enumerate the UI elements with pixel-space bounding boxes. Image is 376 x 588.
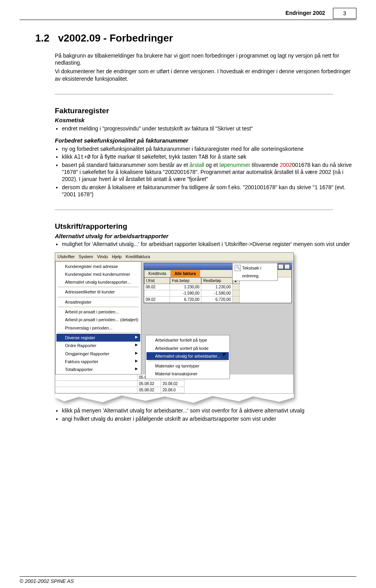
faktura-b1: endret melding i "progressvindu" under t… [62, 125, 352, 132]
dropdown-menu: Kunderegister med adresseKunderegister m… [55, 261, 141, 375]
faktura-heading: Fakturaregister [55, 106, 352, 116]
menu-item[interactable]: Kunderegister med kundenummer [56, 270, 140, 278]
submenu-item[interactable]: Material transaksjoner [146, 370, 229, 378]
submenu-item[interactable]: Arbeidsarter sortert på kode [146, 344, 229, 352]
header-title: Endringer 2002 [286, 8, 325, 16]
menu-screenshot: UtskrifterSystemVinduHjelpKreditfaktura … [55, 252, 294, 403]
maximize-icon[interactable]: □ [278, 264, 284, 269]
grid-row[interactable]: -1.590,00-1.590,00 [144, 290, 291, 297]
side-panel-item: ordrereg. [233, 272, 277, 280]
submenu: Arbeidsarter fordelt på typeArbeidsarter… [145, 335, 230, 379]
separator [55, 210, 333, 210]
data-grid: t.fristFak.beløpRestbeløp▴08.021.230,001… [144, 277, 291, 303]
menu-item[interactable]: Ansattregister [56, 298, 140, 306]
submenu-arrow-icon: ▶ [135, 359, 138, 364]
menu-item[interactable]: Ordre Rapporter▶ [56, 342, 140, 349]
submenu-arrow-icon: ▶ [135, 343, 138, 347]
separator [55, 94, 333, 94]
menubar: UtskrifterSystemVinduHjelpKreditfaktura [55, 253, 293, 261]
page-header: Endringer 2002 3 [20, 8, 356, 20]
submenu-arrow-icon: ▶ [135, 335, 138, 340]
intro-block: På bakgrunn av tilbakemeldinger fra bruk… [55, 52, 352, 82]
section-heading: 1.2v2002.09 - Forbedringer [35, 32, 352, 45]
submenu-item[interactable]: Arbeidsarter fordelt på type [146, 336, 229, 344]
utskrift-b2: klikk på menyen 'Alternativt utvalg for … [62, 407, 352, 414]
menu-item[interactable]: Alternativt utvalg kunderapporter... [56, 278, 140, 286]
menu-item[interactable]: Omgjøringer Rapporter▶ [56, 350, 140, 358]
menu-item[interactable]: Diverse register▶ [56, 334, 140, 342]
grid-row[interactable]: 09.026.720,006.720,00 [144, 297, 291, 303]
menubar-item[interactable]: Hjelp [112, 254, 122, 259]
grid-header[interactable]: t.frist [144, 277, 170, 284]
intro-p1: På bakgrunn av tilbakemeldinger fra bruk… [55, 52, 352, 66]
tab[interactable]: Kreditnota [144, 270, 171, 277]
faktura-b4: basert på standard fakturanummer som bes… [62, 161, 352, 183]
close-icon[interactable]: × [284, 264, 290, 269]
table-row: 05.08.0220.08.02 [55, 381, 293, 387]
section-number: 1.2 [35, 32, 49, 44]
grid-header[interactable]: Restbeløp [201, 277, 233, 284]
menu-item[interactable]: Arbeid pr.ansatt i perioden... [56, 308, 140, 316]
submenu-arrow-icon: ▶ [135, 367, 138, 371]
section-title: v2002.09 - Forbedringer [58, 32, 173, 44]
torn-edge [55, 393, 294, 403]
search-icon: 🔍 [235, 265, 241, 271]
side-panel-item[interactable]: 🔍Tekstsøk i [233, 264, 277, 272]
menubar-item[interactable]: Vindu [97, 254, 108, 259]
menu-item[interactable]: Faktura rapporter▶ [56, 358, 140, 365]
utskrift-b1: mulighet for 'Alternativt utvalg...' for… [62, 241, 352, 248]
footer: © 2001-2002 SPINE AS [20, 576, 356, 585]
menu-item[interactable]: Kunderegister med adresse [56, 262, 140, 270]
submenu-arrow-icon: ▶ [135, 351, 138, 356]
utskrift-sub: Alternativt utvalg for arbeidsartrapport… [55, 232, 352, 240]
menu-item[interactable]: Prisoverslag i perioden... [56, 324, 140, 332]
menubar-item[interactable]: System [79, 254, 93, 259]
faktura-b3: klikk Alt+Ø for å flytte markør til søke… [62, 153, 352, 161]
utskrift-b3: angi hvilket utvalg du ønsker i påfølgen… [62, 415, 352, 422]
submenu-item[interactable]: Alternativt utvalg for arbeidsarter... [146, 352, 229, 360]
menubar-item[interactable]: Utskrifter [58, 254, 75, 259]
menu-item[interactable]: Arbeid pr.ansatt i perioden... (detaljer… [56, 316, 140, 324]
page-number: 3 [333, 8, 356, 19]
intro-p2: Vi dokumenterer her de endringer som er … [55, 68, 352, 82]
tab[interactable]: Alle faktura [170, 270, 200, 277]
table-row: 05.08.0220.08.0 [55, 387, 293, 393]
grid-row[interactable]: 08.021.230,001.230,00 [144, 284, 291, 290]
grid-header[interactable]: Fak.beløp [170, 277, 201, 284]
submenu-item[interactable]: Materialer og tanntyper [146, 362, 229, 370]
menu-item[interactable]: Adresseetiketter til kunder [56, 288, 140, 296]
menubar-item[interactable]: Kreditfaktura [126, 254, 150, 259]
faktura-b2: ny og forbedret søkefunksjonalitet på fa… [62, 145, 352, 152]
menu-item[interactable]: Totaltrapporter▶ [56, 365, 140, 373]
faktura-sub1: Kosmetisk [55, 116, 352, 124]
faktura-b5: dersom du ønsker å lokalisere et faktura… [62, 184, 352, 198]
faktura-sub2: Forbedret søkefunksjonalitet på fakturan… [55, 137, 352, 145]
side-panel: 🔍Tekstsøk iordrereg. [232, 263, 278, 281]
utskrift-heading: Utskrift/rapportering [55, 222, 352, 232]
